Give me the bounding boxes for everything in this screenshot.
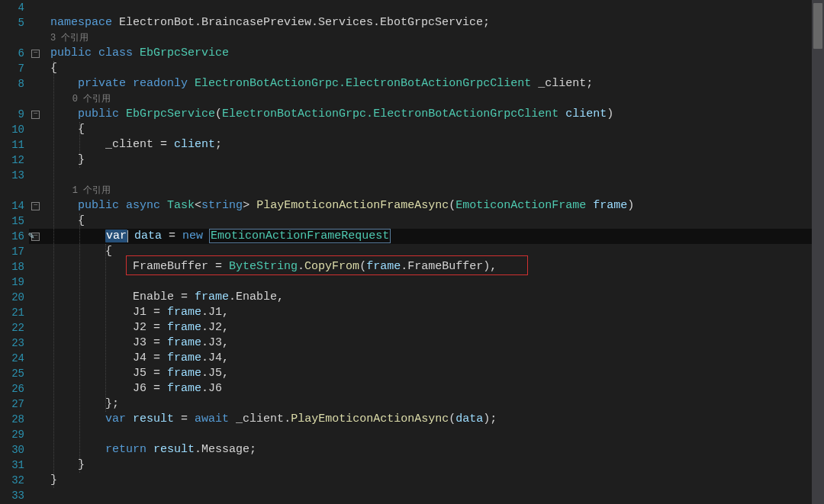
code-line[interactable]: 17 { [0, 244, 824, 259]
line-number: 11 [0, 137, 29, 152]
line-number: 4 [0, 0, 29, 15]
code-line[interactable]: 33 [0, 488, 824, 503]
line-number: 9 [0, 107, 29, 122]
code-line[interactable]: 9 − public EbGrpcService(ElectronBotActi… [0, 107, 824, 122]
fold-toggle-icon[interactable]: − [31, 50, 40, 58]
selected-text: var [105, 230, 127, 242]
code-line[interactable]: 11 _client = client; [0, 137, 824, 152]
line-number: 15 [0, 213, 29, 229]
code-line[interactable]: 27 }; [0, 396, 824, 412]
code-line[interactable]: 4 [0, 0, 824, 15]
line-number: 19 [0, 274, 29, 290]
line-number: 13 [0, 168, 29, 183]
fold-toggle-icon[interactable]: − [31, 111, 40, 119]
code-line[interactable]: 22 J2 = frame.J2, [0, 320, 824, 335]
code-line[interactable]: 12 } [0, 152, 824, 168]
line-number: 8 [0, 76, 29, 91]
line-number: 32 [0, 473, 29, 488]
line-number: 10 [0, 122, 29, 137]
highlighted-type: EmoticonActionFrameRequest [210, 230, 390, 242]
code-line[interactable]: 29 [0, 427, 824, 442]
code-line[interactable]: 5 namespace ElectronBot.BraincasePreview… [0, 15, 824, 30]
code-line[interactable]: 8 private readonly ElectronBotActionGrpc… [0, 76, 824, 91]
line-number: 5 [0, 15, 29, 30]
line-number: 24 [0, 351, 29, 366]
code-line[interactable]: 21 J1 = frame.J1, [0, 305, 824, 320]
code-line[interactable]: 6 − public class EbGrpcService [0, 46, 824, 61]
screwdriver-icon[interactable]: ✎ [28, 229, 34, 244]
line-number: 25 [0, 366, 29, 381]
line-number: 12 [0, 152, 29, 168]
line-number: 21 [0, 305, 29, 320]
code-line[interactable]: 28 var result = await _client.PlayEmotic… [0, 412, 824, 427]
line-number: 31 [0, 457, 29, 473]
code-line-active[interactable]: 16 ✎− var data = new EmoticonActionFrame… [0, 229, 824, 244]
line-number: 20 [0, 290, 29, 305]
code-line[interactable]: 10 { [0, 122, 824, 137]
code-line[interactable]: 32 } [0, 473, 824, 488]
line-number: 33 [0, 488, 29, 503]
code-line[interactable]: 7 { [0, 61, 824, 76]
codelens[interactable]: 0 个引用 [0, 91, 824, 107]
code-line[interactable]: 31 } [0, 457, 824, 473]
codelens[interactable]: 1 个引用 [0, 183, 824, 198]
code-editor[interactable]: 4 5 namespace ElectronBot.BraincasePrevi… [0, 0, 824, 504]
code-line[interactable]: 14 − public async Task<string> PlayEmoti… [0, 198, 824, 213]
line-number: 16 [0, 229, 29, 244]
line-number: 28 [0, 412, 29, 427]
code-line[interactable]: 18 FrameBuffer = ByteString.CopyFrom(fra… [0, 259, 824, 274]
code-line[interactable]: 25 J5 = frame.J5, [0, 366, 824, 381]
line-number: 17 [0, 244, 29, 259]
line-number: 30 [0, 442, 29, 457]
line-number: 14 [0, 198, 29, 213]
line-number: 18 [0, 259, 29, 274]
line-number: 23 [0, 335, 29, 351]
line-number: 29 [0, 427, 29, 442]
code-line[interactable]: 15 { [0, 213, 824, 229]
code-line[interactable]: 13 [0, 168, 824, 183]
line-number: 26 [0, 381, 29, 396]
codelens[interactable]: 3 个引用 [0, 30, 824, 46]
code-line[interactable]: 19 [0, 274, 824, 290]
line-number: 6 [0, 46, 29, 61]
line-number: 7 [0, 61, 29, 76]
code-line[interactable]: 26 J6 = frame.J6 [0, 381, 824, 396]
line-number: 22 [0, 320, 29, 335]
text-cursor [127, 230, 128, 242]
code-line[interactable]: 24 J4 = frame.J4, [0, 351, 824, 366]
code-line[interactable]: 20 Enable = frame.Enable, [0, 290, 824, 305]
code-line[interactable]: 30 return result.Message; [0, 442, 824, 457]
line-number: 27 [0, 396, 29, 412]
fold-toggle-icon[interactable]: − [31, 202, 40, 210]
code-line[interactable]: 23 J3 = frame.J3, [0, 335, 824, 351]
